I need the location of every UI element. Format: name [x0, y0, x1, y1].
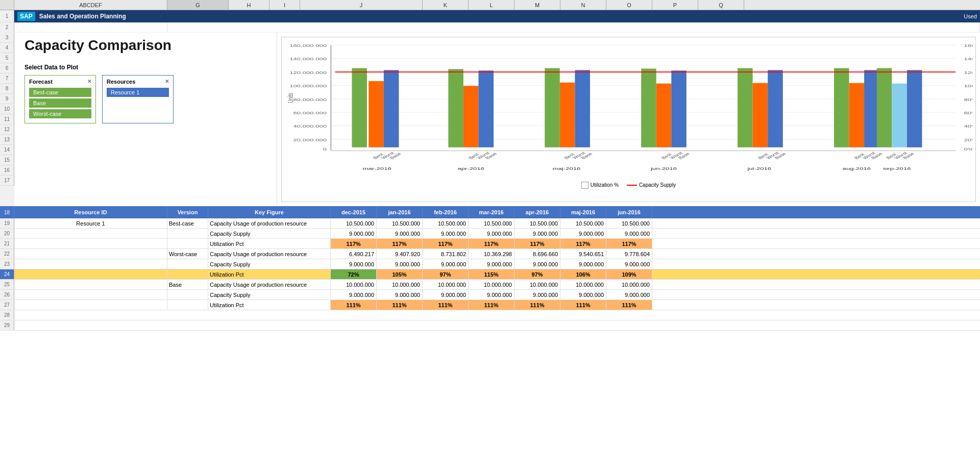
cell-21-apr: 117% — [514, 239, 560, 248]
table-header-row: 18 Resource ID Version Key Figure dec-20… — [0, 206, 980, 218]
spreadsheet: ABCDEF G H I J K L M N O P Q 1 SAP Sales… — [0, 0, 980, 449]
cell-27-jun: 111% — [606, 300, 652, 310]
col-header-i: I — [270, 0, 300, 10]
svg-text:sep-2016: sep-2016 — [883, 166, 911, 170]
cell-20-jan: 9.000.000 — [377, 229, 423, 238]
cell-20-maj: 9.000.000 — [560, 229, 606, 238]
app-title: Sales and Operation Planning — [39, 13, 126, 20]
cell-22-jun: 9.778.604 — [606, 249, 652, 259]
table-row-util: 21 Utilization Pct 117% 117% 117% 117% 1… — [0, 239, 980, 249]
cell-22-mar: 10.369.298 — [469, 249, 514, 259]
svg-text:60%: 60% — [964, 111, 972, 115]
cell-25-maj: 10.000.000 — [560, 280, 606, 289]
svg-rect-39 — [738, 68, 753, 147]
col-header-j: J — [300, 0, 423, 10]
cell-21-mar: 117% — [469, 239, 514, 248]
header-version: Version — [167, 206, 208, 218]
row-num-19: 19 — [0, 218, 14, 228]
cell-23-apr: 9.000.000 — [514, 259, 560, 269]
col-header-n: N — [560, 0, 606, 10]
row-num-16: 16 — [0, 165, 14, 176]
svg-rect-42 — [834, 68, 849, 147]
cell-19-feb: 10.500.000 — [423, 218, 469, 228]
cell-23-jun: 9.000.000 — [606, 259, 652, 269]
row-num-17: 17 — [0, 176, 14, 186]
forecast-clear-icon[interactable]: ✕ — [87, 79, 91, 84]
row-num-8: 8 — [0, 84, 14, 94]
svg-rect-36 — [641, 69, 656, 147]
svg-text:120%: 120% — [964, 70, 972, 74]
forecast-item-worstcase[interactable]: Worst-case — [29, 109, 91, 118]
cell-25-keyfigure: Capacity Usage of production resource — [208, 280, 331, 289]
col-header-h: H — [229, 0, 270, 10]
cell-22-feb: 8.731.802 — [423, 249, 469, 259]
cell-27-jan: 111% — [377, 300, 423, 310]
app-bar: SAP Sales and Operation Planning Used — [14, 10, 980, 22]
row-num-1: 1 — [0, 10, 14, 22]
header-maj2016: maj-2016 — [560, 206, 606, 218]
cell-20-feb: 9.000.000 — [423, 229, 469, 238]
used-label: Used — [964, 13, 977, 19]
row-num-5: 5 — [0, 53, 14, 63]
row-num-27: 27 — [0, 300, 14, 310]
resources-filter-box: Resources ✕ Resource 1 — [102, 75, 174, 123]
svg-rect-35 — [575, 70, 590, 147]
forecast-item-bestcase[interactable]: Best-case — [29, 88, 91, 97]
col-header-abcdef: ABCDEF — [14, 0, 167, 10]
forecast-item-base[interactable]: Base — [29, 98, 91, 108]
cell-20-jun: 9.000.000 — [606, 229, 652, 238]
cell-24-maj: 106% — [560, 269, 606, 279]
cell-26-mar: 9.000.000 — [469, 290, 514, 300]
cell-19-dec: 10.500.000 — [331, 218, 377, 228]
cell-25-mar: 10.000.000 — [469, 280, 514, 289]
cell-21-jun: 117% — [606, 239, 652, 248]
col-header-m: M — [514, 0, 560, 10]
svg-rect-43 — [849, 83, 865, 147]
row-num-18: 18 — [0, 206, 14, 218]
svg-rect-27 — [352, 68, 367, 147]
row-num-14: 14 — [0, 145, 14, 155]
svg-rect-41 — [768, 70, 783, 147]
legend-capacity-supply-label: Capacity Supply — [639, 182, 676, 188]
header-dec2015: dec-2015 — [331, 206, 377, 218]
svg-text:140.000.000: 140.000.000 — [289, 57, 327, 61]
row-num-22: 22 — [0, 249, 14, 259]
cell-27-feb: 111% — [423, 300, 469, 310]
cell-23-dec: 9.000.000 — [331, 259, 377, 269]
svg-text:100.000.000: 100.000.000 — [289, 84, 327, 88]
svg-text:160%: 160% — [964, 43, 972, 47]
cell-20-keyfigure: Capacity Supply — [208, 229, 331, 238]
svg-rect-32 — [478, 70, 494, 147]
resources-clear-icon[interactable]: ✕ — [165, 79, 169, 84]
svg-rect-38 — [671, 70, 687, 147]
cell-26-keyfigure: Capacity Supply — [208, 290, 331, 300]
row-num-21: 21 — [0, 239, 14, 248]
cell-19-keyfigure: Capacity Usage of production resource — [208, 218, 331, 228]
cell-24-jun: 109% — [606, 269, 652, 279]
svg-rect-31 — [463, 86, 479, 147]
forecast-filter-box: Forecast ✕ Best-case Base Worst-case — [24, 75, 96, 123]
table-row: 20 Capacity Supply 9.000.000 9.000.000 9… — [0, 229, 980, 239]
svg-text:160.000.000: 160.000.000 — [289, 43, 327, 47]
cell-24-jan: 105% — [377, 269, 423, 279]
col-header-q: Q — [698, 0, 744, 10]
resources-item-resource1[interactable]: Resource 1 — [107, 88, 169, 97]
table-row: 23 Capacity Supply 9.000.000 9.000.000 9… — [0, 259, 980, 269]
svg-text:Units: Units — [286, 93, 295, 103]
cell-19-jan: 10.500.000 — [377, 218, 423, 228]
svg-rect-47 — [907, 70, 922, 147]
row-num-13: 13 — [0, 135, 14, 145]
svg-text:140%: 140% — [964, 57, 972, 61]
table-row: 25 Base Capacity Usage of production res… — [0, 280, 980, 290]
row-num-26: 26 — [0, 290, 14, 300]
svg-rect-37 — [656, 84, 672, 147]
svg-text:0%: 0% — [964, 147, 972, 151]
svg-text:0: 0 — [323, 147, 327, 151]
cell-19-version: Best-case — [167, 218, 208, 228]
cell-27-maj: 111% — [560, 300, 606, 310]
cell-26-dec: 9.000.000 — [331, 290, 377, 300]
row-num-2: 2 — [0, 22, 14, 32]
svg-text:120.000.000: 120.000.000 — [289, 70, 327, 74]
header-apr2016: apr-2016 — [514, 206, 560, 218]
legend-utilization: Utilization % — [581, 182, 619, 189]
